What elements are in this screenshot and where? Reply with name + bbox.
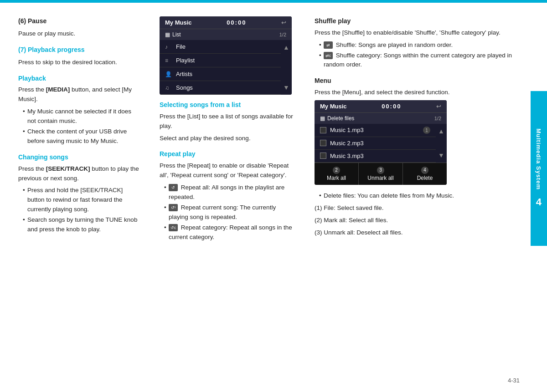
delete-screen-title: My Music — [320, 103, 347, 110]
list-header: ▦ List 1/2 — [160, 29, 292, 40]
delete-list-label: Delete files — [327, 115, 354, 122]
list-item-songs: ♫ Songs — [160, 81, 281, 95]
seek-label: [SEEK/TRACK] — [46, 165, 90, 172]
shuffle-title: Shuffle play — [315, 16, 529, 26]
pause-title: (6) Pause — [18, 17, 46, 25]
repeat-cat-text: Repeat category: Repeat all songs in the… — [169, 224, 292, 240]
list-grid-icon: ▦ — [165, 31, 170, 38]
delete-info-bullets: Delete files: You can delete files from … — [315, 191, 529, 201]
delete-label: Delete — [417, 175, 433, 181]
scroll-down-icon: ▼ — [283, 84, 289, 91]
repeat-all-icon: ↺ — [169, 184, 178, 191]
list-icon: ▦ List — [165, 31, 181, 38]
mark-all-btn[interactable]: 2 Mark all — [315, 163, 359, 185]
music-screen-1: My Music 00:00 ↩ ▦ List 1/2 ♪ File — [160, 16, 292, 95]
chapter-tab: 4 Multimedia System — [531, 91, 547, 246]
shuffle-bullets: ⇌ Shuffle: Songs are played in random or… — [315, 41, 529, 70]
playback-title: (7) Playback progress — [18, 46, 85, 53]
repeat-all-text: Repeat all: All songs in the playlist ar… — [169, 184, 284, 200]
repeat-bullet-1: ↺ Repeat all: All songs in the playlist … — [164, 183, 296, 202]
delete-item-1: Music 1.mp3 1 — [315, 124, 436, 137]
selecting-title: Selecting songs from a list — [160, 100, 296, 110]
menu-title: Menu — [315, 76, 529, 86]
item-label: Playlist — [176, 57, 275, 64]
delete-list-header: ▦ Delete files 1/2 — [315, 112, 447, 124]
playback-body: Press to skip to the desired location. — [18, 58, 141, 67]
repeat-bullet-2: ↺¹ Repeat current song: The currently pl… — [164, 203, 296, 222]
shuffle-cat-text: Shuffle category: Songs within the curre… — [324, 52, 512, 68]
delete-scroll-col: ▲ ▼ — [436, 124, 447, 163]
unmarkall-label: (3) Unmark all: Deselect all files. — [315, 228, 529, 238]
repeat-current-text: Repeat current song: The currently playi… — [169, 204, 276, 220]
item-label: Artists — [176, 71, 275, 77]
delete-btn[interactable]: 4 Delete — [403, 163, 447, 185]
selecting-body1: Press the [List] to see a list of songs … — [160, 112, 296, 131]
shuffle-bullet-1: ⇌ Shuffle: Songs are played in random or… — [319, 41, 529, 50]
screen-header: My Music 00:00 ↩ — [160, 16, 292, 29]
item-label: File — [176, 43, 275, 50]
check-3 — [320, 153, 326, 159]
unmark-all-num: 3 — [377, 167, 384, 174]
delete-screen: My Music 00:00 ↩ ▦ Delete files 1/2 Musi… — [315, 100, 447, 185]
menu-body: Press the [Menu], and select the desired… — [315, 88, 529, 97]
repeat-body: Press the [Repeat] to enable or disable … — [160, 161, 296, 180]
delete-item-label-2: Music 2.mp3 — [330, 140, 430, 147]
shuffle-text: Shuffle: Songs are played in random orde… — [336, 41, 453, 48]
songs-icon: ♫ — [165, 85, 172, 91]
unmark-all-label: Unmark all — [367, 175, 393, 181]
playback2-body: Press the [MEDIA] button, and select [My… — [18, 85, 141, 104]
check-2 — [320, 140, 326, 146]
delete-item-2: Music 2.mp3 — [315, 137, 436, 150]
shuffle-cat-icon: ⇌c — [324, 52, 333, 59]
screen-title: My Music — [165, 19, 192, 26]
delete-grid-icon: ▦ — [320, 115, 325, 122]
delete-num: 4 — [421, 167, 428, 174]
changing-title: Changing songs — [18, 153, 141, 163]
changing-body: Press the [SEEK/TRACK] button to play th… — [18, 164, 141, 183]
page-number: 4-31 — [508, 377, 520, 384]
bullet-item: My Music cannot be selected if it does n… — [23, 107, 141, 126]
list-item-artists: 👤 Artists — [160, 67, 281, 81]
unmark-all-btn[interactable]: 3 Unmark all — [359, 163, 403, 185]
media-label: [MEDIA] — [46, 86, 70, 93]
tab-text: Multimedia System — [536, 129, 542, 190]
shuffle-body: Press the [Shuffle] to enable/disable 'S… — [315, 28, 529, 38]
file-icon: ♪ — [165, 44, 172, 50]
bullet-item: Check the content of your USB drive befo… — [23, 127, 141, 146]
mark-all-num: 2 — [333, 167, 340, 174]
repeat-bullets: ↺ Repeat all: All songs in the playlist … — [160, 183, 296, 242]
markall-label: (2) Mark all: Select all files. — [315, 216, 529, 225]
shuffle-icon: ⇌ — [324, 41, 333, 49]
changing-bullets: Press and hold the [SEEK/TRACK] button t… — [18, 186, 141, 234]
list-item-playlist: ≡ Playlist — [160, 54, 281, 67]
delete-scroll-down: ▼ — [438, 152, 444, 159]
scroll-column: ▲ ▼ — [281, 40, 292, 95]
bullet-item: Press and hold the [SEEK/TRACK] button t… — [23, 186, 141, 214]
delete-item-label-1: Music 1.mp3 — [330, 127, 419, 133]
scroll-up-icon: ▲ — [283, 44, 289, 51]
music-list-items: ♪ File ≡ Playlist 👤 Artists ♫ Songs — [160, 40, 281, 95]
artist-icon: 👤 — [165, 71, 172, 77]
left-column: (6) Pause Pause or play music. (7) Playb… — [18, 16, 150, 383]
list-label: List — [172, 31, 181, 38]
delete-list-page: 1/2 — [434, 116, 441, 121]
playback2-title: Playback — [18, 74, 141, 84]
repeat-current-icon: ↺¹ — [169, 204, 178, 211]
tab-number: 4 — [536, 196, 542, 208]
delete-list-right: Music 1.mp3 1 Music 2.mp3 Music 3.mp3 ▲ … — [315, 124, 447, 163]
bullet-item: Search songs by turning the TUNE knob an… — [23, 215, 141, 234]
back-icon: ↩ — [281, 19, 286, 26]
repeat-cat-icon: ↺c — [169, 224, 178, 231]
pause-body: Pause or play music. — [18, 29, 141, 39]
delete-back-icon: ↩ — [436, 103, 441, 110]
delete-screen-header: My Music 00:00 ↩ — [315, 100, 447, 112]
delete-files-bullet: Delete files: You can delete files from … — [319, 191, 529, 201]
selecting-body2: Select and play the desired song. — [160, 134, 296, 143]
list-item-file: ♪ File — [160, 40, 281, 54]
playback2-bullets: My Music cannot be selected if it does n… — [18, 107, 141, 146]
delete-item-label-3: Music 3.mp3 — [330, 153, 430, 159]
right-column: Shuffle play Press the [Shuffle] to enab… — [305, 16, 529, 383]
screen-time: 00:00 — [227, 19, 246, 26]
delete-footer: 2 Mark all 3 Unmark all 4 Delete — [315, 163, 447, 185]
mark-all-label: Mark all — [327, 175, 346, 181]
